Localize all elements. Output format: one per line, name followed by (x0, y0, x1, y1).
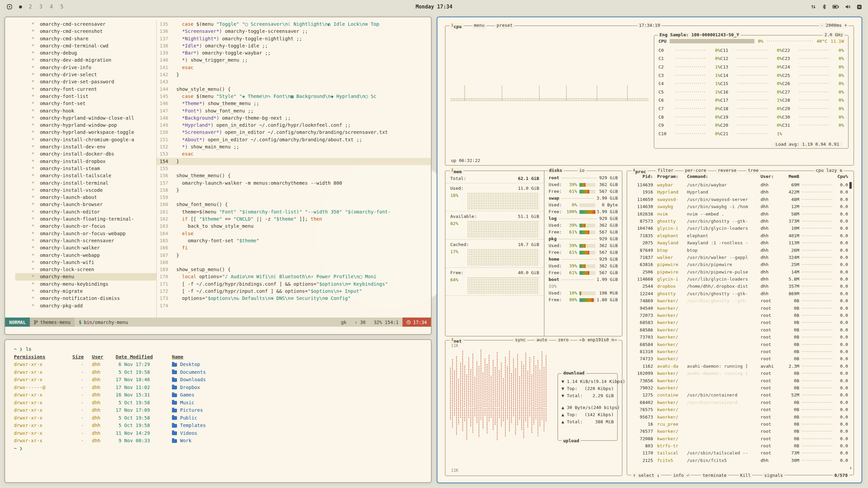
file-list-item[interactable]: * omarchy-install-vscode (15, 187, 156, 194)
omarchy-logo-icon[interactable] (7, 4, 12, 9)
preset-button[interactable]: preset (495, 23, 514, 29)
file-list-item[interactable]: * omarchy-launch-or-focus (15, 223, 156, 230)
process-row[interactable]: 63816 pipewire /usr/bin/pipewire dhh 25M… (627, 261, 853, 268)
process-row[interactable]: 68586 kworker/ root 0B 0.0 (627, 326, 853, 333)
process-row[interactable]: 1275 containe /usr/bin/containerd root 5… (627, 391, 853, 399)
code-pane[interactable]: 135 case $(menu "Toggle" "▢ Screensaver\… (156, 21, 431, 318)
process-row[interactable]: 95673 kworker/ root 0B 0.0 (627, 413, 853, 421)
filter-button[interactable]: filter (656, 168, 675, 175)
process-row[interactable]: 74869 kworker/ /usr/bin/ghostty --gtk- r… (627, 297, 853, 304)
net-interface-switcher[interactable]: ←b enp191s0 n→ (578, 337, 618, 343)
process-row[interactable]: 2544 dropbox /home/dhh/.dropbox-dist dhh… (627, 283, 853, 290)
file-list-item[interactable]: * omarchy-cmd-share (15, 35, 156, 42)
process-row[interactable]: 72088 kworker/ root 0B 0.0 (627, 435, 853, 442)
process-row[interactable]: 81310 kworker/ root 0B 0.0 (627, 348, 853, 355)
process-row[interactable]: 2125 fcitx5 /usr/bin/fcitx5 dhh 30M 0.0 (627, 457, 853, 464)
menu-button[interactable]: menu (472, 23, 486, 29)
process-row[interactable]: 102099 kworker/ avahi-daemon: running [ … (627, 370, 853, 377)
file-list-item[interactable]: * omarchy-font-list (15, 93, 156, 100)
net-zero-button[interactable]: zero (556, 337, 570, 343)
file-list-item[interactable]: * omarchy-launch-wifi (15, 259, 156, 266)
process-table[interactable]: 114639 waybar /usr/bin/waybar dhh 69M 0.… (627, 181, 853, 471)
file-list-item[interactable]: * omarchy-hyprland-window-close-all (15, 115, 156, 122)
process-row[interactable]: 1162 avahi-da avahi-daemon: running [ av… (627, 363, 853, 370)
workspace-button[interactable]: 2 (29, 4, 32, 10)
proc-scrollbar-thumb[interactable] (849, 182, 852, 189)
reverse-button[interactable]: reverse (716, 168, 738, 175)
proc-footer-action[interactable]: info ⏎ (671, 473, 691, 478)
process-row[interactable]: 68402 kworker/ /usr/bin/containerd root … (627, 399, 853, 406)
process-row[interactable]: 73703 kworker/ root 0B 0.0 (627, 333, 853, 341)
file-list-item[interactable]: * omarchy-hyprland-workspace-toggle (15, 129, 156, 136)
proc-footer-action[interactable]: terminate (701, 473, 728, 478)
file-list-item[interactable]: * omarchy-install-tailscale (15, 172, 156, 179)
file-list[interactable]: * omarchy-cmd-screensaver * omarchy-cmd-… (5, 21, 156, 318)
file-list-item[interactable]: * omarchy-launch-walker (15, 244, 156, 251)
file-list-item[interactable]: * omarchy-lock-screen (15, 266, 156, 273)
process-row[interactable]: 76575 kworker/ root 0B 0.0 (627, 406, 853, 413)
file-list-item[interactable]: * omarchy-pkg-add (15, 302, 156, 309)
proc-footer-action[interactable]: ↑ select ↓ (631, 473, 661, 478)
workspace-1-active-dot[interactable] (19, 5, 22, 8)
process-row[interactable]: 68583 kworker/ root 0B 0.0 (627, 319, 853, 326)
tree-button[interactable]: tree (746, 168, 760, 175)
process-row[interactable]: 114630 swaybg /usr/bin/swaybg -i /hom dh… (627, 203, 853, 210)
process-row[interactable]: 68584 kworker/ root 0B 0.0 (627, 341, 853, 348)
workspace-button[interactable]: 3 (39, 4, 42, 10)
file-list-item[interactable]: * omarchy-launch-screensaver (15, 237, 156, 244)
file-list-item[interactable]: * omarchy-font-set (15, 100, 156, 107)
file-list-item[interactable]: * omarchy-install-chromium-google-a (15, 136, 156, 143)
process-row[interactable]: 74733 kworker/ root 0B 0.0 (627, 355, 853, 362)
shell-window[interactable]: ~❯ls Permissions Size User Date Modified… (4, 339, 432, 483)
file-list-item[interactable]: * omarchy-cmd-screensaver (15, 21, 156, 28)
proc-footer-action[interactable]: signals (763, 473, 785, 478)
file-list-item[interactable]: * omarchy-launch-floating-terminal- (15, 216, 156, 223)
process-row[interactable]: 87573 ghostty /usr/bin/ghostty --gtk- dh… (627, 218, 853, 225)
file-list-item[interactable]: * omarchy-hyprland-window-pop (15, 122, 156, 129)
file-list-item[interactable]: * omarchy-drive-set-password (15, 78, 156, 85)
process-row[interactable]: 76577 kworker/ root 0B 0.0 (627, 428, 853, 435)
file-list-item[interactable]: * omarchy-notification-dismiss (15, 295, 156, 302)
file-list-item[interactable]: * omarchy-install-dev-env (15, 143, 156, 150)
file-list-item[interactable]: * omarchy-launch-browser (15, 201, 156, 208)
process-row[interactable]: 94540 kworker/ root 0B 0.0 (627, 305, 853, 312)
workspace-button[interactable]: 4 (50, 4, 53, 10)
process-row[interactable]: 79032 kworker/ root 0B 0.0 (627, 384, 853, 391)
file-list-item[interactable]: * omarchy-menu-keybindings (15, 281, 156, 288)
file-list-item[interactable]: * omarchy-font-current (15, 86, 156, 93)
net-auto-button[interactable]: auto (535, 337, 549, 343)
file-list-item[interactable]: * omarchy-cmd-terminal-cwd (15, 42, 156, 49)
file-list-item[interactable]: * omarchy-install-steam (15, 165, 156, 172)
net-sync-button[interactable]: sync (513, 337, 527, 343)
file-list-item[interactable]: * omarchy-install-terminal (15, 180, 156, 187)
sort-mode-selector[interactable]: cpu lazy ⇅ (814, 168, 844, 173)
system-monitor-window[interactable]: 1cpu menu preset 17:34:19 - 2000ms + Eng… (437, 17, 862, 483)
process-row[interactable]: 71835 elephant elephant dhh 401M 0.0 (627, 232, 853, 239)
process-row[interactable]: 2506 pipewire /usr/bin/pipewire-pulse dh… (627, 268, 853, 276)
process-row[interactable]: 803 btrfs-tr root 0B 0.0 (627, 442, 853, 449)
file-list-item[interactable]: * omarchy-drive-info (15, 64, 156, 71)
file-list-item[interactable]: * omarchy-migrate (15, 288, 156, 295)
network-traffic-icon[interactable] (811, 4, 816, 9)
per-core-button[interactable]: per-core (683, 168, 708, 175)
file-list-item[interactable]: * omarchy-debug (15, 49, 156, 57)
file-list-item[interactable]: * omarchy-cmd-screenshot (15, 28, 156, 35)
file-list-item[interactable]: * omarchy-menu (15, 273, 156, 280)
file-list-item[interactable]: * omarchy-launch-or-focus-webapp (15, 230, 156, 237)
tray-menu-icon[interactable] (857, 4, 862, 9)
refresh-interval-control[interactable]: - 2000ms + (819, 23, 849, 28)
file-list-item[interactable]: * omarchy-dev-add-migration (15, 57, 156, 64)
process-row[interactable]: 2075 Xwayland Xwayland :1 -rootless - dh… (627, 239, 853, 246)
process-row[interactable]: 1916 Hyprland Hyprland dhh 422M 0.0 (627, 188, 853, 196)
file-list-item[interactable]: * omarchy-launch-about (15, 194, 156, 201)
shell-prompt-line[interactable]: ~❯ (14, 445, 431, 452)
proc-scroll-down-arrow[interactable]: ↓ (849, 465, 852, 470)
process-row[interactable]: 114659 swayosd- /usr/bin/swayosd-server … (627, 196, 853, 203)
file-list-item[interactable]: * omarchy-launch-webapp (15, 252, 156, 259)
process-row[interactable]: 87649 btop btop dhh 26M 0.0 (627, 247, 853, 254)
process-row[interactable]: 72073 kworker/ root 0B 0.0 (627, 312, 853, 319)
volume-icon[interactable] (845, 4, 851, 9)
file-list-item[interactable]: * omarchy-install-dropbox (15, 158, 156, 165)
file-list-item[interactable]: * omarchy-launch-editor (15, 208, 156, 216)
file-list-item[interactable]: * omarchy-hook (15, 107, 156, 115)
